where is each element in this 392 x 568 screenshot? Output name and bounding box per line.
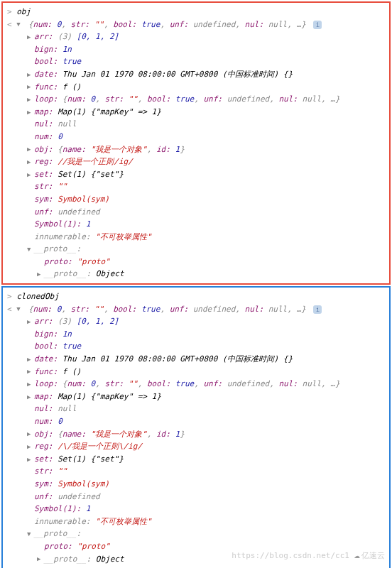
expand-icon[interactable] xyxy=(27,70,34,80)
prop-reg[interactable]: reg: /\/我是一个正则\/ig/ xyxy=(7,440,385,453)
prop-proto[interactable]: __proto__: xyxy=(7,528,385,540)
prop-sym: sym: Symbol(sym) xyxy=(7,193,385,206)
output-icon: < xyxy=(7,305,12,314)
expand-icon[interactable] xyxy=(27,94,34,104)
prop-bool: bool: true xyxy=(7,55,385,68)
prop-unf: unf: undefined xyxy=(7,206,385,219)
expand-icon[interactable] xyxy=(27,244,34,254)
object-summary[interactable]: < {num: 0, str: "", bool: true, unf: und… xyxy=(7,18,385,31)
prop-bool: bool: true xyxy=(7,340,385,353)
expand-icon[interactable] xyxy=(27,82,34,92)
prop-symbol1: Symbol(1): 1 xyxy=(7,218,385,231)
expand-icon[interactable] xyxy=(27,442,34,452)
expand-icon[interactable] xyxy=(37,554,44,564)
prop-arr[interactable]: arr: (3) [0, 1, 2] xyxy=(7,31,385,43)
prop-obj[interactable]: obj: {name: "我是一个对象", id: 1} xyxy=(7,428,385,441)
expand-icon[interactable] xyxy=(27,529,34,539)
prop-sym: sym: Symbol(sym) xyxy=(7,478,385,491)
prop-innumerable: innumerable: "不可枚举属性" xyxy=(7,231,385,244)
prop-map[interactable]: map: Map(1) {"mapKey" => 1} xyxy=(7,106,385,119)
prop-proto[interactable]: __proto__: xyxy=(7,243,385,256)
console-input-line: > clonedObj xyxy=(7,290,385,303)
prop-arr[interactable]: arr: (3) [0, 1, 2] xyxy=(7,315,385,328)
prop-set[interactable]: set: Set(1) {"set"} xyxy=(7,168,385,181)
prop-date[interactable]: date: Thu Jan 01 1970 08:00:00 GMT+0800 … xyxy=(7,353,385,366)
input-expr: obj xyxy=(16,7,31,16)
watermark-url: https://blog.csdn.net/cc1 xyxy=(232,551,349,560)
prop-nul: nul: null xyxy=(7,118,385,131)
expand-icon[interactable] xyxy=(37,269,44,279)
prop-bign: bign: 1n xyxy=(7,43,385,56)
prompt-icon: > xyxy=(7,7,12,16)
prop-loop[interactable]: loop: {num: 0, str: "", bool: true, unf:… xyxy=(7,378,385,390)
prop-num: num: 0 xyxy=(7,415,385,428)
expand-icon[interactable] xyxy=(16,304,23,314)
expand-icon[interactable] xyxy=(27,429,34,439)
prop-str: str: "" xyxy=(7,465,385,478)
prop-unf: unf: undefined xyxy=(7,491,385,503)
prop-proto-obj[interactable]: __proto__: Object xyxy=(7,268,385,280)
prop-func[interactable]: func: f () xyxy=(7,366,385,378)
prop-date[interactable]: date: Thu Jan 01 1970 08:00:00 GMT+0800 … xyxy=(7,68,385,81)
expand-icon[interactable] xyxy=(27,317,34,327)
console-input-line: > obj xyxy=(7,6,385,18)
prop-bign: bign: 1n xyxy=(7,328,385,341)
prop-set[interactable]: set: Set(1) {"set"} xyxy=(7,453,385,466)
input-expr: clonedObj xyxy=(16,292,59,301)
expand-icon[interactable] xyxy=(27,392,34,402)
expand-icon[interactable] xyxy=(27,454,34,464)
expand-icon[interactable] xyxy=(27,354,34,364)
watermark-brand: 亿速云 xyxy=(361,551,385,560)
expand-icon[interactable] xyxy=(27,32,34,42)
prop-reg[interactable]: reg: //我是一个正则/ig/ xyxy=(7,155,385,168)
expand-icon[interactable] xyxy=(27,107,34,117)
info-icon[interactable]: i xyxy=(313,21,322,29)
prop-nul: nul: null xyxy=(7,403,385,415)
console-panel-clonedobj: > clonedObj < {num: 0, str: "", bool: tr… xyxy=(1,286,391,568)
cloud-icon: ☁ xyxy=(354,549,360,560)
prop-func[interactable]: func: f () xyxy=(7,81,385,94)
expand-icon[interactable] xyxy=(27,157,34,167)
prompt-icon: > xyxy=(7,292,12,301)
prop-obj[interactable]: obj: {name: "我是一个对象", id: 1} xyxy=(7,143,385,156)
output-icon: < xyxy=(7,20,12,29)
info-icon[interactable]: i xyxy=(313,305,322,314)
expand-icon[interactable] xyxy=(27,144,34,154)
prop-innumerable: innumerable: "不可枚举属性" xyxy=(7,515,385,528)
expand-icon[interactable] xyxy=(16,19,23,29)
prop-num: num: 0 xyxy=(7,131,385,143)
prop-proto-key: proto: "proto" xyxy=(7,256,385,268)
prop-str: str: "" xyxy=(7,180,385,193)
prop-symbol1: Symbol(1): 1 xyxy=(7,503,385,515)
console-panel-obj: > obj < {num: 0, str: "", bool: true, un… xyxy=(1,1,391,285)
watermark: https://blog.csdn.net/cc1 ☁亿速云 xyxy=(232,549,385,561)
expand-icon[interactable] xyxy=(27,379,34,389)
prop-loop[interactable]: loop: {num: 0, str: "", bool: true, unf:… xyxy=(7,93,385,106)
object-summary[interactable]: < {num: 0, str: "", bool: true, unf: und… xyxy=(7,303,385,316)
expand-icon[interactable] xyxy=(27,170,34,180)
prop-map[interactable]: map: Map(1) {"mapKey" => 1} xyxy=(7,390,385,403)
expand-icon[interactable] xyxy=(27,366,34,376)
